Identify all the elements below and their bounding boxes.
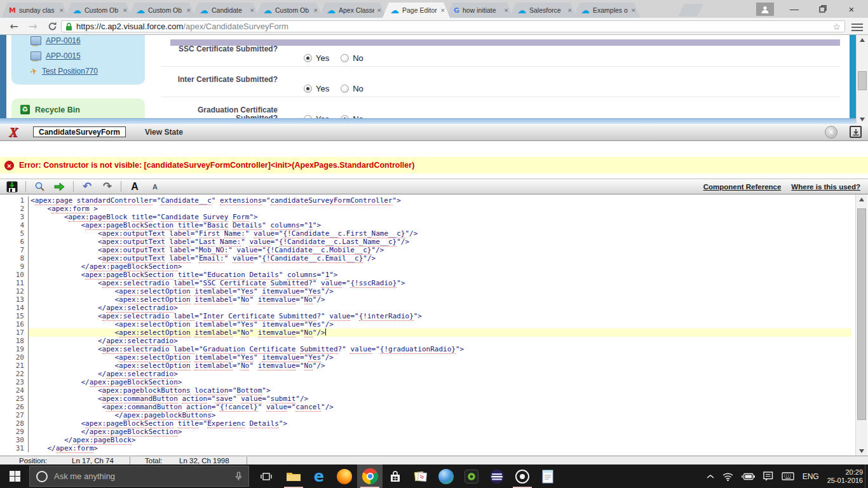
reload-button[interactable] xyxy=(44,20,60,33)
undo-button[interactable]: ↶ xyxy=(80,180,94,193)
redo-button[interactable]: ↷ xyxy=(100,180,114,193)
edge-button[interactable]: e xyxy=(306,464,332,488)
radio-yes[interactable] xyxy=(304,85,312,93)
scrollbar-thumb[interactable] xyxy=(857,208,866,420)
code-line[interactable]: 2 <apex:form > xyxy=(0,205,851,213)
action-center-icon[interactable] xyxy=(763,471,773,481)
code-line[interactable]: 23 </apex:pageBlockSection> xyxy=(0,378,851,386)
sidebar-link-label[interactable]: APP-0016 xyxy=(46,36,81,45)
tab-close-icon[interactable]: × xyxy=(250,7,254,14)
sticky-notes-button[interactable] xyxy=(408,464,433,488)
wifi-icon[interactable] xyxy=(722,472,733,481)
sidebar-item-app-0015[interactable]: APP-0015 xyxy=(31,48,98,64)
sidebar-item-app-0016[interactable]: APP-0016 xyxy=(31,35,98,48)
code-line[interactable]: 29 </apex:pageBlockSection> xyxy=(0,428,851,436)
browser-tab-custom-ob[interactable]: ☁Custom Ob× xyxy=(65,3,132,18)
battery-icon[interactable] xyxy=(742,473,755,480)
new-tab-button[interactable] xyxy=(679,4,703,17)
recycle-bin-link[interactable]: ♻ Recycle Bin xyxy=(20,105,80,114)
scroll-up-arrow[interactable] xyxy=(856,194,867,204)
address-bar[interactable]: https://c.ap2.visual.force.com/apex/Cand… xyxy=(61,20,845,32)
tab-close-icon[interactable]: × xyxy=(377,7,381,14)
component-reference-link[interactable]: Component Reference xyxy=(703,183,782,191)
editor-scrollbar[interactable] xyxy=(855,194,867,456)
window-minimize-button[interactable]: — xyxy=(782,0,807,18)
tab-close-icon[interactable]: × xyxy=(60,7,64,14)
sidebar-link-label[interactable]: APP-0015 xyxy=(46,51,81,60)
radio-no[interactable] xyxy=(341,54,349,62)
collapse-panel-icon[interactable]: × xyxy=(825,126,837,139)
page-scrollbar[interactable] xyxy=(856,35,868,124)
taskbar-clock[interactable]: 20:29 25-01-2016 xyxy=(827,468,863,485)
browser-tab-sunday-clas[interactable]: Msunday clas× xyxy=(1,3,69,18)
code-line[interactable]: 4 <apex:pageBlockSection title="Basic De… xyxy=(0,221,851,229)
code-line[interactable]: 24 <apex:pageblockButtons location="Bott… xyxy=(0,386,851,395)
task-view-button[interactable] xyxy=(253,464,280,488)
code-line[interactable]: 28 <apex:pageBlockSection title="Experie… xyxy=(0,419,851,428)
code-line[interactable]: 22 </apex:selectradio> xyxy=(0,370,851,378)
code-line[interactable]: 25 <apex:commandButton action="save" val… xyxy=(0,395,851,403)
increase-font-button[interactable]: A xyxy=(128,180,142,193)
scrollbar-thumb[interactable] xyxy=(858,71,867,90)
code-line[interactable]: 20 <apex:selectOption itemlabel="Yes" it… xyxy=(0,353,851,362)
code-line[interactable]: 26 <apex:commandButton action="{!cancel}… xyxy=(0,403,851,411)
forward-button[interactable]: → xyxy=(25,20,41,33)
code-line[interactable]: 5 <apex:outputText label="First Name:" v… xyxy=(0,229,851,238)
eclipse-button[interactable] xyxy=(484,464,510,488)
code-line[interactable]: 19 <apex:selectradio label="Graduation C… xyxy=(0,345,851,353)
window-restore-button[interactable] xyxy=(810,0,836,18)
code-line[interactable]: 10 <apex:pageBlockSection title="Educati… xyxy=(0,271,851,279)
scroll-down-arrow[interactable] xyxy=(856,446,867,456)
tab-close-icon[interactable]: × xyxy=(568,7,572,14)
code-line[interactable]: 21 <apex:selectOption itemlabel="No" ite… xyxy=(0,362,851,370)
code-line[interactable]: 14 </apex:selectradio> xyxy=(0,304,851,312)
window-close-button[interactable]: × xyxy=(839,0,864,18)
browser-tab-apex-classe[interactable]: ☁Apex Classe× xyxy=(319,3,386,18)
decrease-font-button[interactable]: A xyxy=(148,180,162,193)
code-line[interactable]: 3 <apex:pageBlock title="Candidate Surve… xyxy=(0,213,851,221)
tab-close-icon[interactable]: × xyxy=(314,7,318,14)
tab-close-icon[interactable]: × xyxy=(187,7,191,14)
radio-no[interactable] xyxy=(341,85,349,93)
browser-tab-custom-ob[interactable]: ☁Custom Ob× xyxy=(255,3,323,18)
code-line[interactable]: 1<apex:page standardController="Candidat… xyxy=(0,196,851,205)
code-line[interactable]: 12 <apex:selectOption itemlabel="Yes" it… xyxy=(0,287,851,295)
code-line[interactable]: 27 </apex:pageblockButtons> xyxy=(0,411,851,419)
windows-store-button[interactable] xyxy=(383,464,408,488)
browser-tab-page-editor[interactable]: ☁Page Editor× xyxy=(383,3,450,18)
chrome-button[interactable] xyxy=(357,464,383,488)
code-line[interactable]: 17 <apex:selectOption itemlabel="No" ite… xyxy=(0,329,851,337)
code-line[interactable]: 6 <apex:outputText label="Last Name:" va… xyxy=(0,238,851,246)
sidebar-item-test-position770[interactable]: ✈Test Position770 xyxy=(31,64,98,79)
scroll-up-arrow[interactable] xyxy=(857,35,868,44)
browser-tab-candidate[interactable]: ☁Candidate× xyxy=(192,3,259,18)
touch-keyboard-icon[interactable] xyxy=(782,472,794,480)
scroll-down-arrow[interactable] xyxy=(857,114,868,124)
bookmark-star-icon[interactable]: ☆ xyxy=(832,22,841,32)
code-line[interactable]: 7 <apex:outputText label="Mob_NO:" value… xyxy=(0,246,851,254)
screen-recorder-button[interactable] xyxy=(510,464,535,488)
browser-tab-salesforce[interactable]: ☁Salesforce× xyxy=(510,3,577,18)
file-explorer-button[interactable] xyxy=(281,464,306,488)
radio-yes[interactable] xyxy=(304,54,312,62)
code-line[interactable]: 11 <apex:selectradio label="SSC Certific… xyxy=(0,279,851,287)
where-is-this-used-link[interactable]: Where is this used? xyxy=(791,183,860,191)
media-player-button[interactable] xyxy=(433,464,459,488)
code-line[interactable]: 18 </apex:selectradio> xyxy=(0,337,851,345)
browser-tab-how-initiate[interactable]: Ghow initiate× xyxy=(446,3,513,18)
code-line[interactable]: 8 <apex:outputText label="Email:" value=… xyxy=(0,254,851,262)
microphone-icon[interactable] xyxy=(235,471,242,481)
code-line[interactable]: 30 </apex:pageBlock> xyxy=(0,436,851,444)
tab-close-icon[interactable]: × xyxy=(441,7,445,14)
start-button[interactable] xyxy=(0,464,29,488)
firefox-button[interactable] xyxy=(332,464,357,488)
tab-close-icon[interactable]: × xyxy=(123,7,127,14)
browser-tab-examples-o[interactable]: ☁Examples o× xyxy=(573,3,641,18)
code-line[interactable]: 31 </apex:form> xyxy=(0,444,851,452)
tray-chevron-icon[interactable] xyxy=(707,474,714,479)
notepad-button[interactable] xyxy=(535,464,560,488)
show-desktop-button[interactable] xyxy=(865,464,867,488)
sidebar-link-label[interactable]: Test Position770 xyxy=(42,67,98,76)
code-line[interactable]: 13 <apex:selectOption itemlabel="No" ite… xyxy=(0,295,851,304)
browser-tab-custom-ob[interactable]: ☁Custom Ob× xyxy=(128,3,196,18)
